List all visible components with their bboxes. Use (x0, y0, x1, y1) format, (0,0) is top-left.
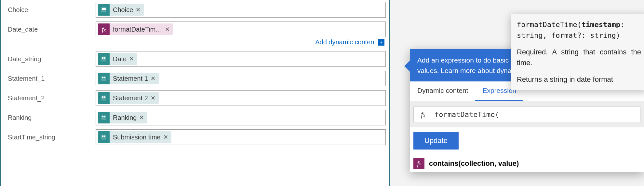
row-input[interactable]: fx formatDateTim… ✕ (96, 21, 386, 37)
token-text: Choice (113, 6, 133, 14)
function-suggestion[interactable]: fx contains(collection, value) (410, 155, 644, 172)
forms-icon (98, 4, 110, 16)
row-label: Date_date (8, 26, 96, 33)
row-input[interactable]: Statement 2 ✕ (96, 90, 386, 106)
function-name: contains(collection, value) (429, 159, 519, 168)
row-date-string: Date_string Date ✕ (1, 49, 389, 69)
row-label: Statement_2 (8, 94, 96, 102)
row-input[interactable]: Statement 1 ✕ (96, 71, 386, 86)
tab-dynamic-content[interactable]: Dynamic content (410, 81, 475, 101)
expression-area: fx (410, 101, 644, 127)
svg-rect-7 (102, 77, 103, 78)
row-input[interactable]: Date ✕ (96, 51, 386, 67)
row-label: Date_string (8, 55, 96, 63)
row-label: Ranking (8, 114, 96, 122)
token-formatdatetime[interactable]: fx formatDateTim… ✕ (98, 23, 173, 35)
svg-rect-15 (101, 135, 106, 140)
svg-rect-11 (104, 96, 105, 98)
svg-rect-1 (102, 8, 103, 9)
forms-icon (98, 53, 110, 65)
expression-input-wrapper: fx (413, 107, 640, 122)
token-remove-icon[interactable]: ✕ (165, 26, 170, 33)
row-statement-2: Statement_2 Statement 2 ✕ (1, 88, 389, 108)
sig-active-param: timestamp (582, 21, 620, 29)
token-text: formatDateTim… (113, 26, 162, 33)
token-remove-icon[interactable]: ✕ (139, 114, 144, 121)
token-choice[interactable]: Choice ✕ (98, 4, 144, 16)
token-submission-time[interactable]: Submission time ✕ (98, 131, 171, 143)
token-date[interactable]: Date ✕ (98, 53, 137, 65)
svg-rect-4 (102, 57, 103, 59)
plus-icon[interactable]: + (378, 39, 384, 46)
return-description: Returns a string in date format (517, 74, 641, 85)
row-input[interactable]: Ranking ✕ (96, 110, 386, 125)
expression-input[interactable] (433, 110, 640, 119)
token-text: Submission time (113, 134, 161, 141)
svg-rect-2 (104, 8, 105, 9)
sig-fn-name: formatDateTime (517, 21, 577, 29)
svg-rect-3 (101, 57, 106, 62)
row-statement-1: Statement_1 Statement 1 ✕ (1, 69, 389, 88)
token-remove-icon[interactable]: ✕ (136, 6, 141, 13)
row-label: Statement_1 (8, 75, 96, 82)
row-label: StartTime_string (8, 134, 96, 141)
token-remove-icon[interactable]: ✕ (151, 75, 155, 82)
svg-rect-10 (102, 96, 103, 98)
param-description: Required. A string that contains the tim… (517, 47, 641, 68)
forms-icon (98, 92, 110, 104)
token-text: Date (113, 55, 127, 63)
token-remove-icon[interactable]: ✕ (163, 134, 168, 141)
fx-icon: fx (98, 23, 110, 35)
function-signature-tooltip: formatDateTime(timestamp: string, format… (511, 14, 644, 90)
forms-icon (98, 112, 110, 123)
svg-rect-16 (102, 136, 103, 137)
svg-rect-9 (101, 96, 106, 101)
svg-rect-12 (101, 115, 106, 120)
update-button[interactable]: Update (413, 132, 459, 150)
token-remove-icon[interactable]: ✕ (151, 94, 155, 102)
svg-rect-13 (102, 116, 103, 117)
svg-rect-17 (104, 136, 105, 137)
row-ranking: Ranking Ranking ✕ (1, 108, 389, 127)
forms-icon (98, 73, 110, 84)
signature: formatDateTime(timestamp: string, format… (517, 19, 641, 41)
row-starttime-string: StartTime_string Submission time ✕ (1, 127, 389, 147)
forms-icon (98, 131, 110, 143)
svg-rect-6 (101, 76, 106, 81)
token-statement-1[interactable]: Statement 1 ✕ (98, 73, 159, 84)
token-ranking[interactable]: Ranking ✕ (98, 112, 147, 123)
fx-icon: fx (414, 110, 433, 119)
token-text: Ranking (113, 114, 137, 122)
form-panel: Choice Choice ✕ Date_date fx formatD (0, 0, 390, 186)
row-input[interactable]: Submission time ✕ (96, 129, 386, 145)
row-choice: Choice Choice ✕ (1, 0, 389, 20)
row-input[interactable]: Choice ✕ (96, 2, 386, 18)
fx-icon: fx (413, 158, 424, 169)
flyout-arrow-icon (404, 60, 410, 72)
token-statement-2[interactable]: Statement 2 ✕ (98, 92, 159, 104)
svg-rect-8 (104, 77, 105, 78)
token-text: Statement 1 (113, 75, 148, 82)
row-label: Choice (8, 6, 96, 14)
row-date-date: Date_date fx formatDateTim… ✕ (1, 20, 389, 39)
svg-rect-5 (104, 57, 105, 59)
svg-rect-14 (104, 116, 105, 117)
add-dynamic-content: Add dynamic content + (1, 38, 389, 46)
token-text: Statement 2 (113, 94, 148, 102)
token-remove-icon[interactable]: ✕ (129, 55, 134, 63)
add-dynamic-link[interactable]: Add dynamic content (315, 38, 376, 46)
